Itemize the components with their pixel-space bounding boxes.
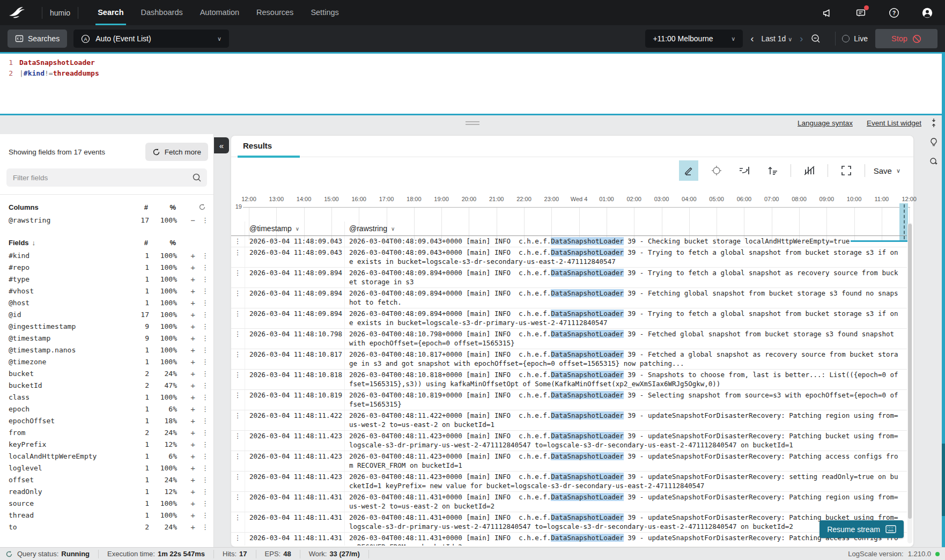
- add-column-button[interactable]: +: [177, 381, 195, 390]
- collapse-panel-icon[interactable]: [929, 118, 939, 128]
- field-name[interactable]: #vhost: [9, 287, 128, 295]
- add-column-button[interactable]: +: [177, 428, 195, 437]
- field-name[interactable]: @id: [9, 311, 128, 319]
- row-kebab-menu-icon[interactable]: ⋮: [231, 492, 245, 512]
- field-name[interactable]: loglevel: [9, 464, 128, 472]
- field-kebab-menu-icon[interactable]: ⋮: [195, 311, 209, 319]
- lightbulb-icon[interactable]: [929, 137, 939, 147]
- collapse-sidebar-button[interactable]: «: [214, 137, 229, 153]
- field-kebab-menu-icon[interactable]: ⋮: [195, 346, 209, 354]
- search-inspect-icon[interactable]: [929, 157, 939, 166]
- time-back-chevron[interactable]: ‹: [750, 34, 754, 43]
- sort-order-icon[interactable]: [763, 160, 782, 181]
- live-toggle[interactable]: Live: [842, 34, 868, 43]
- add-column-button[interactable]: +: [177, 298, 195, 307]
- add-column-button[interactable]: +: [177, 322, 195, 331]
- row-kebab-menu-icon[interactable]: ⋮: [231, 247, 245, 267]
- field-kebab-menu-icon[interactable]: ⋮: [195, 393, 209, 401]
- resize-drag-handle[interactable]: [466, 121, 479, 127]
- nav-tab-resources[interactable]: Resources: [248, 0, 302, 25]
- field-name[interactable]: epoch: [9, 405, 128, 413]
- table-scrollbar[interactable]: [907, 223, 912, 543]
- fetch-more-button[interactable]: Fetch more: [145, 143, 208, 161]
- field-kebab-menu-icon[interactable]: ⋮: [195, 299, 209, 307]
- row-kebab-menu-icon[interactable]: ⋮: [231, 236, 245, 247]
- nav-tab-automation[interactable]: Automation: [191, 0, 248, 25]
- field-kebab-menu-icon[interactable]: ⋮: [195, 440, 209, 448]
- field-kebab-menu-icon[interactable]: ⋮: [195, 417, 209, 425]
- field-name[interactable]: to: [9, 523, 128, 531]
- searches-button[interactable]: Searches: [8, 30, 67, 48]
- refresh-columns-icon[interactable]: [198, 203, 206, 211]
- row-kebab-menu-icon[interactable]: ⋮: [231, 349, 245, 369]
- jump-to-now-icon[interactable]: [735, 160, 754, 181]
- field-kebab-menu-icon[interactable]: ⋮: [195, 499, 209, 507]
- save-button[interactable]: Save ∨: [874, 166, 900, 175]
- field-kebab-menu-icon[interactable]: ⋮: [195, 370, 209, 378]
- field-kebab-menu-icon[interactable]: ⋮: [195, 405, 209, 413]
- add-column-button[interactable]: +: [177, 357, 195, 366]
- field-kebab-menu-icon[interactable]: ⋮: [195, 464, 209, 472]
- add-column-button[interactable]: +: [177, 463, 195, 473]
- field-name[interactable]: bucketId: [9, 381, 128, 389]
- field-name[interactable]: readOnly: [9, 488, 128, 496]
- add-column-button[interactable]: +: [177, 522, 195, 532]
- field-name[interactable]: @rawstring: [9, 216, 128, 224]
- add-column-button[interactable]: +: [177, 440, 195, 449]
- field-name[interactable]: epochOffset: [9, 417, 128, 425]
- field-name[interactable]: bucket: [9, 370, 128, 378]
- workspace-name[interactable]: humio: [50, 9, 70, 17]
- add-column-button[interactable]: +: [177, 275, 195, 284]
- filter-fields-input[interactable]: [6, 168, 207, 187]
- crosshair-icon[interactable]: [707, 160, 726, 181]
- event-list-widget-link[interactable]: Event List widget: [867, 119, 921, 127]
- time-forward-chevron[interactable]: ›: [800, 34, 803, 43]
- field-name[interactable]: #kind: [9, 252, 128, 260]
- field-name[interactable]: @timestamp: [9, 334, 128, 342]
- add-column-button[interactable]: +: [177, 511, 195, 520]
- field-kebab-menu-icon[interactable]: ⋮: [195, 511, 209, 519]
- field-name[interactable]: #repo: [9, 263, 128, 271]
- remove-column-button[interactable]: −: [177, 216, 195, 225]
- field-name[interactable]: keyPrefix: [9, 440, 128, 448]
- row-kebab-menu-icon[interactable]: ⋮: [231, 410, 245, 430]
- row-kebab-menu-icon[interactable]: ⋮: [231, 288, 245, 308]
- row-kebab-menu-icon[interactable]: ⋮: [231, 268, 245, 288]
- query-editor[interactable]: 1DataSnapshotLoader2| #kind != threaddum…: [0, 52, 945, 115]
- row-kebab-menu-icon[interactable]: ⋮: [231, 512, 245, 532]
- nav-tab-settings[interactable]: Settings: [302, 0, 347, 25]
- field-name[interactable]: offset: [9, 476, 128, 484]
- field-kebab-menu-icon[interactable]: ⋮: [195, 263, 209, 271]
- add-column-button[interactable]: +: [177, 475, 195, 484]
- field-kebab-menu-icon[interactable]: ⋮: [195, 252, 209, 260]
- field-name[interactable]: class: [9, 393, 128, 401]
- add-column-button[interactable]: +: [177, 404, 195, 414]
- sort-descending-icon[interactable]: ↓: [32, 239, 36, 247]
- add-column-button[interactable]: +: [177, 286, 195, 296]
- field-kebab-menu-icon[interactable]: ⋮: [195, 523, 209, 531]
- nav-tab-dashboards[interactable]: Dashboards: [132, 0, 191, 25]
- field-kebab-menu-icon[interactable]: ⋮: [195, 275, 209, 283]
- add-column-button[interactable]: +: [177, 345, 195, 355]
- fullscreen-icon[interactable]: [837, 160, 856, 181]
- field-name[interactable]: thread: [9, 511, 128, 519]
- field-kebab-menu-icon[interactable]: ⋮: [195, 429, 209, 437]
- row-kebab-menu-icon[interactable]: ⋮: [231, 451, 245, 471]
- row-kebab-menu-icon[interactable]: ⋮: [231, 329, 245, 349]
- feedback-icon[interactable]: [855, 7, 867, 19]
- field-name[interactable]: @timestamp.nanos: [9, 346, 128, 354]
- nav-tab-search[interactable]: Search: [89, 0, 132, 25]
- row-kebab-menu-icon[interactable]: ⋮: [231, 533, 245, 546]
- view-selector-dropdown[interactable]: A Auto (Event List) ∨: [73, 30, 229, 48]
- user-avatar[interactable]: [921, 7, 933, 19]
- field-kebab-menu-icon[interactable]: ⋮: [195, 476, 209, 484]
- add-column-button[interactable]: +: [177, 251, 195, 260]
- stop-button[interactable]: Stop: [875, 29, 937, 48]
- field-kebab-menu-icon[interactable]: ⋮: [195, 287, 209, 295]
- field-kebab-menu-icon[interactable]: ⋮: [195, 381, 209, 389]
- language-syntax-link[interactable]: Language syntax: [798, 119, 853, 127]
- column-header-timestamp[interactable]: @timestamp∨: [245, 222, 345, 235]
- field-kebab-menu-icon[interactable]: ⋮: [195, 334, 209, 342]
- add-column-button[interactable]: +: [177, 334, 195, 343]
- add-column-button[interactable]: +: [177, 416, 195, 425]
